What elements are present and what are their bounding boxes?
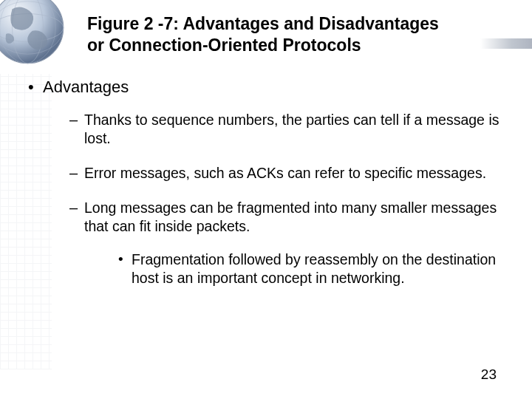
list-item: Thanks to sequence numbers, the parties … (69, 111, 510, 148)
slide: Figure 2 -7: Advantages and Disadvantage… (0, 0, 532, 399)
bullet-list-level-2: Thanks to sequence numbers, the parties … (43, 111, 510, 287)
bullet-text: Fragmentation followed by reassembly on … (132, 251, 496, 286)
list-item: Fragmentation followed by reassembly on … (118, 250, 510, 287)
bullet-text: Long messages can be fragmented into man… (84, 200, 497, 234)
page-number: 23 (481, 366, 497, 383)
bullet-text: Thanks to sequence numbers, the parties … (84, 112, 499, 146)
slide-title: Figure 2 -7: Advantages and Disadvantage… (87, 13, 502, 56)
title-line-1: Figure 2 -7: Advantages and Disadvantage… (87, 14, 439, 33)
list-item: Advantages Thanks to sequence numbers, t… (28, 77, 510, 287)
bullet-list-level-1: Advantages Thanks to sequence numbers, t… (22, 77, 510, 287)
bullet-list-level-3: Fragmentation followed by reassembly on … (84, 250, 510, 287)
bullet-text: Error messages, such as ACKs can refer t… (84, 165, 486, 181)
bullet-text: Advantages (43, 78, 129, 96)
list-item: Error messages, such as ACKs can refer t… (69, 164, 510, 183)
list-item: Long messages can be fragmented into man… (69, 199, 510, 287)
title-line-2: or Connection-Oriented Protocols (87, 35, 361, 55)
